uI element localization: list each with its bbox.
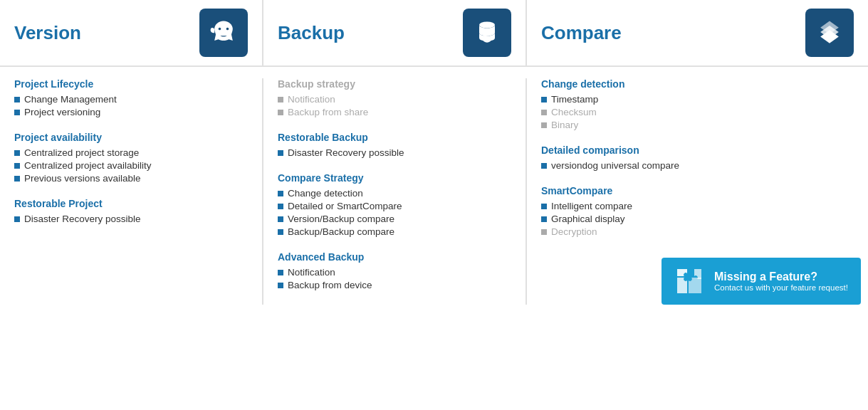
bullet-icon <box>278 150 283 156</box>
bullet-icon <box>278 216 283 222</box>
database-svg <box>471 17 503 48</box>
backup-section-3: Advanced Backup Notification Backup from… <box>278 251 511 290</box>
bullet-icon <box>14 216 20 222</box>
list-item: Centralized project storage <box>14 147 248 158</box>
bullet-icon <box>541 97 547 102</box>
list-item: Project versioning <box>14 107 248 117</box>
list-item: Previous versions available <box>14 173 248 184</box>
version-title: Version <box>14 22 81 44</box>
header-version: Version <box>0 0 263 65</box>
version-section-0: Project Lifecycle Change Management Proj… <box>14 78 248 117</box>
backup-title: Backup <box>278 22 345 44</box>
list-item: Timestamp <box>541 94 854 105</box>
list-item: Binary <box>541 120 854 130</box>
list-item: Decryption <box>541 226 854 237</box>
version-section-1: Project availability Centralized project… <box>14 132 248 184</box>
backup-section-2: Compare Strategy Change detection Detail… <box>278 172 511 237</box>
compare-section-2: SmartCompare Intelligent compare Graphic… <box>541 185 854 237</box>
list-item: Backup from share <box>278 107 511 117</box>
compare-section-title-0: Change detection <box>541 78 854 90</box>
version-section-title-0: Project Lifecycle <box>14 78 248 90</box>
bullet-icon <box>14 150 20 156</box>
version-section-title-1: Project availability <box>14 132 248 143</box>
bullet-icon <box>278 97 283 102</box>
list-item: Version/Backup compare <box>278 214 511 224</box>
list-item: Notification <box>278 94 511 105</box>
bullet-icon <box>278 204 283 209</box>
header-row: Version Backup <box>0 0 868 67</box>
list-item: Detailed or SmartCompare <box>278 201 511 211</box>
bullet-icon <box>278 283 283 288</box>
compare-title: Compare <box>541 22 622 44</box>
bullet-icon <box>14 110 20 115</box>
missing-feature-banner[interactable]: Missing a Feature? Contact us with your … <box>662 258 861 305</box>
backup-section-title-1: Restorable Backup <box>278 132 511 143</box>
missing-feature-subtitle: Contact us with your feature request! <box>714 283 848 292</box>
bullet-icon <box>541 122 547 128</box>
list-item: Backup/Backup compare <box>278 226 511 237</box>
list-item: Backup from device <box>278 280 511 290</box>
list-item: Change Management <box>14 94 248 105</box>
list-item: Intelligent compare <box>541 201 854 211</box>
header-compare: Compare <box>527 0 868 65</box>
bullet-icon <box>14 163 20 169</box>
compare-section-title-1: Detailed comparison <box>541 144 854 156</box>
puzzle-svg <box>673 265 706 298</box>
list-item: Graphical display <box>541 214 854 224</box>
backup-section-title-3: Advanced Backup <box>278 251 511 263</box>
page-wrapper: Version Backup <box>0 0 868 410</box>
backup-section-0: Backup strategy Notification Backup from… <box>278 78 511 117</box>
layers-icon <box>805 9 854 57</box>
elephant-svg <box>208 17 239 48</box>
bullet-icon <box>541 110 547 115</box>
list-item: versiondog universal compare <box>541 160 854 171</box>
bullet-icon <box>278 191 283 196</box>
version-section-2: Restorable Project Disaster Recovery pos… <box>14 198 248 224</box>
puzzle-icon <box>673 265 706 298</box>
header-backup: Backup <box>263 0 527 65</box>
bullet-icon <box>278 110 283 115</box>
bullet-icon <box>541 163 547 169</box>
missing-feature-text: Missing a Feature? Contact us with your … <box>714 270 848 292</box>
missing-feature-title: Missing a Feature? <box>714 270 848 283</box>
list-item: Centralized project availability <box>14 160 248 171</box>
version-content: Project Lifecycle Change Management Proj… <box>0 78 263 305</box>
bullet-icon <box>14 97 20 102</box>
bullet-icon <box>541 216 547 222</box>
svg-point-0 <box>479 21 495 28</box>
backup-section-title-2: Compare Strategy <box>278 172 511 184</box>
version-section-title-2: Restorable Project <box>14 198 248 209</box>
compare-content: Change detection Timestamp Checksum Bina… <box>527 78 868 305</box>
database-icon <box>463 9 511 57</box>
bullet-icon <box>541 204 547 209</box>
list-item: Disaster Recovery possible <box>278 147 511 158</box>
layers-svg <box>814 17 845 48</box>
elephant-icon <box>199 9 248 57</box>
list-item: Notification <box>278 267 511 278</box>
backup-content: Backup strategy Notification Backup from… <box>263 78 527 305</box>
backup-section-title-0: Backup strategy <box>278 78 511 90</box>
bullet-icon <box>14 176 20 182</box>
bullet-icon <box>278 229 283 235</box>
list-item: Disaster Recovery possible <box>14 214 248 224</box>
content-row: Project Lifecycle Change Management Proj… <box>0 67 868 316</box>
bullet-icon <box>278 270 283 275</box>
bullet-icon <box>541 229 547 235</box>
compare-section-0: Change detection Timestamp Checksum Bina… <box>541 78 854 130</box>
list-item: Change detection <box>278 188 511 199</box>
compare-section-1: Detailed comparison versiondog universal… <box>541 144 854 171</box>
backup-section-1: Restorable Backup Disaster Recovery poss… <box>278 132 511 158</box>
list-item: Checksum <box>541 107 854 117</box>
compare-section-title-2: SmartCompare <box>541 185 854 196</box>
